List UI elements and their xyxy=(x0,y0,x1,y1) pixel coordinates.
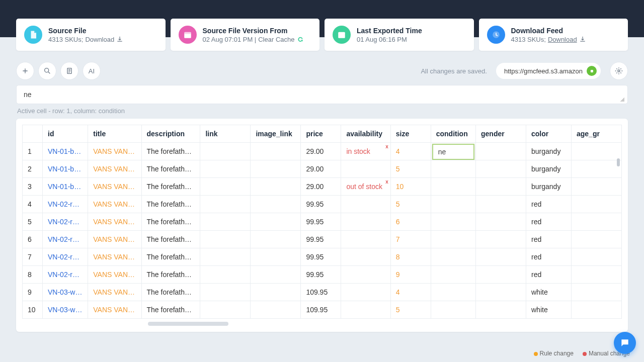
cell-availability[interactable]: out of stockx xyxy=(341,178,390,196)
cell-size[interactable]: 10 xyxy=(390,178,431,196)
cell-color[interactable]: red xyxy=(526,196,572,213)
cell-color[interactable]: red xyxy=(526,231,572,248)
cell-color[interactable]: burgandy xyxy=(526,143,572,160)
cell-size[interactable]: 4 xyxy=(390,143,431,160)
cell-description[interactable]: The forefather of th... xyxy=(141,284,200,301)
cell-condition[interactable] xyxy=(431,266,475,284)
cell-price[interactable]: 99.95 xyxy=(301,213,341,231)
settings-button[interactable] xyxy=(610,62,628,80)
cell-id[interactable]: VN-02-red-8 xyxy=(43,248,88,266)
cell-image-link[interactable] xyxy=(251,231,301,248)
copy-icon[interactable] xyxy=(587,66,597,76)
cell-description[interactable]: The forefather of th... xyxy=(141,266,200,284)
cell-title[interactable]: VANS VANS | ... xyxy=(88,301,141,319)
cell-availability[interactable] xyxy=(341,284,390,301)
cell-id[interactable]: VN-02-red-5 xyxy=(43,196,88,213)
remove-icon[interactable]: x xyxy=(385,144,388,149)
cell-price[interactable]: 99.95 xyxy=(301,231,341,248)
cell-availability[interactable] xyxy=(341,231,390,248)
cell-description[interactable]: The forefather of th... xyxy=(141,213,200,231)
add-button[interactable] xyxy=(16,62,34,80)
cell-link[interactable] xyxy=(200,231,251,248)
cell-size[interactable]: 6 xyxy=(390,213,431,231)
file-button[interactable] xyxy=(60,62,78,80)
cell-title[interactable]: VANS VANS | ... xyxy=(88,284,141,301)
cell-condition[interactable] xyxy=(431,178,475,196)
col-availability[interactable]: availability xyxy=(341,125,390,143)
col-size[interactable]: size xyxy=(390,125,431,143)
cell-size[interactable]: 5 xyxy=(390,196,431,213)
cell-color[interactable]: white xyxy=(526,301,572,319)
cell-title[interactable]: VANS VANS |A... xyxy=(88,160,141,178)
cell-link[interactable] xyxy=(200,301,251,319)
cell-availability[interactable]: in stockx xyxy=(341,143,390,160)
cell-title[interactable]: VANS VANS |A... xyxy=(88,143,141,160)
cell-description[interactable]: The forefather of th... xyxy=(141,231,200,248)
col-image_link[interactable]: image_link xyxy=(251,125,301,143)
remove-icon[interactable]: x xyxy=(385,179,388,185)
cell-id[interactable]: VN-01-burg... xyxy=(43,160,88,178)
cell-image-link[interactable] xyxy=(251,160,301,178)
cell-availability[interactable] xyxy=(341,248,390,266)
search-button[interactable] xyxy=(38,62,56,80)
col-condition[interactable]: condition xyxy=(431,125,475,143)
cell-gender[interactable] xyxy=(476,284,526,301)
cell-gender[interactable] xyxy=(476,143,526,160)
cell-image-link[interactable] xyxy=(251,213,301,231)
cell-age-group[interactable] xyxy=(572,284,622,301)
cell-color[interactable]: red xyxy=(526,266,572,284)
cell-title[interactable]: VANS VANS | ... xyxy=(88,248,141,266)
vertical-scrollbar[interactable] xyxy=(617,158,620,166)
table-row[interactable]: 8VN-02-red-9VANS VANS | ...The forefathe… xyxy=(23,266,622,284)
cell-description[interactable]: The forefather of th... xyxy=(141,248,200,266)
cell-link[interactable] xyxy=(200,178,251,196)
cell-price[interactable]: 29.00 xyxy=(301,143,341,160)
cell-availability[interactable] xyxy=(341,301,390,319)
refresh-icon[interactable] xyxy=(297,36,304,43)
ai-button[interactable]: AI xyxy=(83,62,101,80)
cell-title[interactable]: VANS VANS | ... xyxy=(88,231,141,248)
cell-editor[interactable]: ne xyxy=(432,144,474,160)
cell-id[interactable]: VN-03-whit... xyxy=(43,301,88,319)
cell-color[interactable]: red xyxy=(526,248,572,266)
cell-color[interactable]: red xyxy=(526,213,572,231)
cell-link[interactable] xyxy=(200,143,251,160)
cell-image-link[interactable] xyxy=(251,196,301,213)
cell-price[interactable]: 99.95 xyxy=(301,196,341,213)
cell-description[interactable]: The forefather of th... xyxy=(141,160,200,178)
cell-description[interactable]: The forefather of th... xyxy=(141,196,200,213)
cell-description[interactable]: The forefather of th... xyxy=(141,178,200,196)
cell-gender[interactable] xyxy=(476,213,526,231)
cell-price[interactable]: 109.95 xyxy=(301,284,341,301)
cell-size[interactable]: 4 xyxy=(390,284,431,301)
cell-image-link[interactable] xyxy=(251,143,301,160)
cell-size[interactable]: 7 xyxy=(390,231,431,248)
download-link[interactable]: Download xyxy=(548,36,577,43)
cell-image-link[interactable] xyxy=(251,301,301,319)
cell-gender[interactable] xyxy=(476,248,526,266)
clear-cache-link[interactable]: Clear Cache xyxy=(258,36,294,43)
cell-link[interactable] xyxy=(200,284,251,301)
cell-condition[interactable] xyxy=(431,248,475,266)
cell-title[interactable]: VANS VANS | ... xyxy=(88,196,141,213)
download-link[interactable]: Download xyxy=(85,36,114,43)
table-row[interactable]: 4VN-02-red-5VANS VANS | ...The forefathe… xyxy=(23,196,622,213)
table-row[interactable]: 10VN-03-whit...VANS VANS | ...The forefa… xyxy=(23,301,622,319)
feed-url[interactable]: https://gmcfeed.s3.amazon xyxy=(496,63,601,79)
cell-condition[interactable] xyxy=(431,284,475,301)
cell-title[interactable]: VANS VANS | ... xyxy=(88,213,141,231)
cell-id[interactable]: VN-02-red-6 xyxy=(43,213,88,231)
cell-age-group[interactable] xyxy=(572,160,622,178)
cell-condition[interactable] xyxy=(431,196,475,213)
cell-image-link[interactable] xyxy=(251,284,301,301)
cell-availability[interactable] xyxy=(341,160,390,178)
cell-color[interactable]: burgandy xyxy=(526,178,572,196)
col-title[interactable]: title xyxy=(88,125,141,143)
cell-availability[interactable] xyxy=(341,196,390,213)
col-link[interactable]: link xyxy=(200,125,251,143)
cell-link[interactable] xyxy=(200,248,251,266)
cell-age-group[interactable] xyxy=(572,178,622,196)
cell-condition[interactable] xyxy=(431,231,475,248)
cell-size[interactable]: 9 xyxy=(390,266,431,284)
cell-description[interactable]: The forefather of th... xyxy=(141,143,200,160)
